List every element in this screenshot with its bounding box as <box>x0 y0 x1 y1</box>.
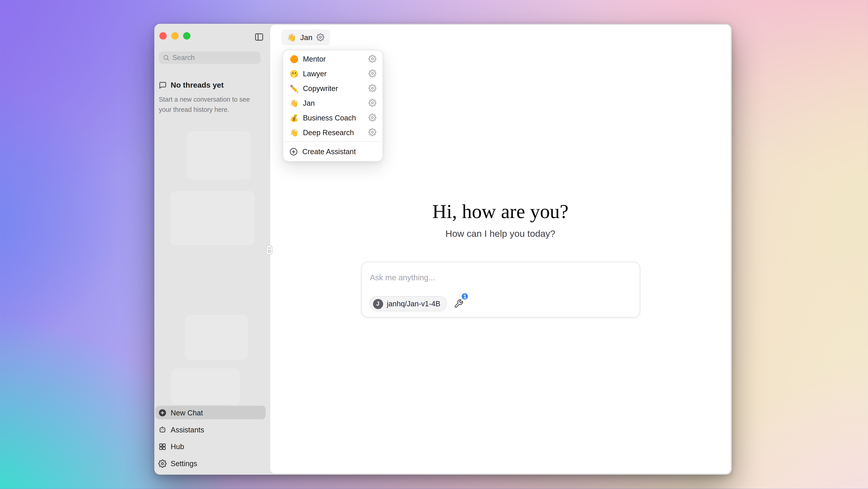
sidebar-item-assistants[interactable]: Assistants <box>155 423 266 436</box>
sidebar-item-label: Hub <box>171 442 184 451</box>
composer-card: J janhq/Jan-v1-4B 1 <box>361 262 640 317</box>
assistant-name: Jan <box>300 33 312 41</box>
app-window: No threads yet Start a new conversation … <box>154 24 732 475</box>
gear-icon[interactable] <box>368 69 376 78</box>
sidebar-item-new-chat[interactable]: New Chat <box>155 406 266 419</box>
close-button[interactable] <box>159 32 167 39</box>
menu-item-label: Business Coach <box>303 113 356 122</box>
menu-item-label: Mentor <box>303 55 326 63</box>
chat-bubble-icon <box>159 81 167 89</box>
search-bar[interactable] <box>159 51 260 64</box>
menu-item-jan[interactable]: 👋 Jan <box>283 95 382 110</box>
traffic-lights <box>159 32 190 39</box>
gear-icon[interactable] <box>368 55 376 63</box>
desktop-background: No threads yet Start a new conversation … <box>0 0 868 489</box>
assistant-selector-button[interactable]: 👋 Jan <box>281 29 330 45</box>
search-icon <box>163 54 169 61</box>
sidebar-ghost-block <box>170 191 255 245</box>
message-input[interactable] <box>370 273 619 282</box>
menu-item-copywriter[interactable]: ✏️ Copywriter <box>283 81 382 95</box>
assistant-emoji: 👋 <box>287 33 296 41</box>
assistants-icon <box>158 425 167 433</box>
zoom-button[interactable] <box>183 32 190 39</box>
menu-item-mentor[interactable]: 🟠 Mentor <box>283 51 382 66</box>
main-panel: 👋 Jan 🟠 Mentor 🫢 Lawyer <box>270 24 731 474</box>
plus-circle-icon <box>158 408 167 417</box>
assistant-emoji: 🟠 <box>289 55 299 63</box>
assistant-emoji: 🫢 <box>289 69 299 78</box>
sidebar-ghost-block <box>187 131 250 180</box>
menu-item-lawyer[interactable]: 🫢 Lawyer <box>283 66 382 81</box>
greeting-subtitle: How can I help you today? <box>270 228 731 239</box>
assistant-emoji: 💰 <box>289 113 299 122</box>
menu-item-label: Deep Research <box>303 128 354 136</box>
model-name: janhq/Jan-v1-4B <box>387 300 440 308</box>
sidebar: No threads yet Start a new conversation … <box>154 24 269 475</box>
sidebar-item-label: Settings <box>171 459 197 467</box>
sidebar-resize-handle[interactable] <box>266 245 272 255</box>
settings-gear-icon <box>158 459 167 467</box>
gear-icon[interactable] <box>368 114 376 122</box>
search-input[interactable] <box>172 54 256 62</box>
tools-button[interactable]: 1 <box>453 299 463 309</box>
menu-item-business-coach[interactable]: 💰 Business Coach <box>283 110 382 125</box>
sidebar-item-label: Assistants <box>171 425 204 433</box>
sidebar-item-label: New Chat <box>171 408 203 417</box>
gear-icon[interactable] <box>368 99 376 107</box>
menu-item-label: Jan <box>303 99 315 107</box>
empty-state-header: No threads yet <box>159 81 224 89</box>
sidebar-nav: New Chat Assistants Hub Settings <box>155 406 266 470</box>
gear-icon[interactable] <box>368 84 376 92</box>
assistant-emoji: 👋 <box>289 128 299 136</box>
hub-grid-icon <box>158 442 167 451</box>
sidebar-item-hub[interactable]: Hub <box>155 440 266 453</box>
sidebar-item-settings[interactable]: Settings <box>155 457 266 470</box>
sidebar-toggle-icon[interactable] <box>254 32 264 42</box>
menu-item-label: Lawyer <box>303 69 327 78</box>
greeting-title: Hi, how are you? <box>270 200 731 224</box>
assistant-dropdown-menu: 🟠 Mentor 🫢 Lawyer ✏️ Copywriter <box>283 50 383 162</box>
assistant-emoji: ✏️ <box>289 84 299 92</box>
sidebar-ghost-block <box>171 368 240 404</box>
create-assistant-label: Create Assistant <box>302 147 356 155</box>
composer-toolbar: J janhq/Jan-v1-4B 1 <box>369 296 463 311</box>
create-assistant-button[interactable]: Create Assistant <box>283 144 382 159</box>
menu-item-deep-research[interactable]: 👋 Deep Research <box>283 125 382 140</box>
gear-icon[interactable] <box>368 128 376 136</box>
wrench-icon <box>454 299 463 308</box>
menu-separator <box>283 141 382 142</box>
minimize-button[interactable] <box>171 32 178 39</box>
empty-state-title: No threads yet <box>171 81 224 89</box>
assistant-emoji: 👋 <box>289 99 299 107</box>
model-avatar: J <box>373 299 383 309</box>
grip-dots-icon <box>268 247 271 252</box>
gear-icon[interactable] <box>316 33 324 41</box>
plus-circle-icon <box>289 147 298 155</box>
model-selector[interactable]: J janhq/Jan-v1-4B <box>369 296 447 311</box>
menu-item-label: Copywriter <box>303 84 338 92</box>
empty-state-description: Start a new conversation to see your thr… <box>159 94 257 115</box>
tools-count-badge: 1 <box>461 292 469 300</box>
sidebar-ghost-block <box>185 315 248 360</box>
greeting: Hi, how are you? How can I help you toda… <box>270 200 731 239</box>
